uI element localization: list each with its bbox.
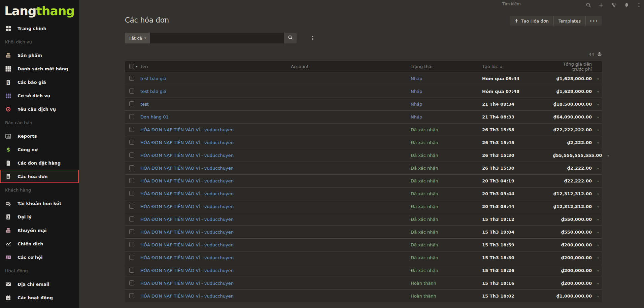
invoice-name-link[interactable]: HÓA ĐƠN NẠP TIỀN VÀO VÍ - vuducchuyen [140,153,291,158]
app-logo[interactable]: Langthang [0,0,79,22]
invoice-name-link[interactable]: HÓA ĐƠN NẠP TIỀN VÀO VÍ - vuducchuyen [140,255,291,260]
row-actions-caret-icon[interactable]: ▾ [597,141,599,144]
row-actions-caret-icon[interactable]: ▾ [597,77,599,80]
list-search-input[interactable] [150,33,284,43]
sidebar-item-yeu-cau-dich-vu[interactable]: Yêu cầu dịch vụ [0,102,79,116]
row-actions-caret-icon[interactable]: ▾ [597,230,599,234]
sidebar-item-khuyen-mai[interactable]: Khuyến mại [0,224,79,237]
sidebar-item-cac-co-hoi[interactable]: Các cơ hội [0,250,79,264]
invoice-name-link[interactable]: HÓA ĐƠN NẠP TIỀN VÀO VÍ - vuducchuyen [140,281,291,286]
sidebar-item-chien-dich[interactable]: Chiến dịch [0,237,79,250]
invoice-name-link[interactable]: HÓA ĐƠN NẠP TIỀN VÀO VÍ - vuducchuyen [140,294,291,299]
table-row[interactable]: HÓA ĐƠN NẠP TIỀN VÀO VÍ - vuducchuyen Đã… [125,136,602,149]
row-checkbox[interactable] [129,165,134,170]
table-row[interactable]: HÓA ĐƠN NẠP TIỀN VÀO VÍ - vuducchuyen Ho… [125,277,602,289]
row-actions-caret-icon[interactable]: ▾ [597,205,599,208]
scope-dropdown[interactable]: Tất cả ▾ [125,33,150,43]
row-checkbox[interactable] [129,255,134,260]
invoice-name-link[interactable]: test báo giá [140,76,291,81]
table-row[interactable]: HÓA ĐƠN NẠP TIỀN VÀO VÍ - vuducchuyen Đã… [125,149,602,162]
table-row[interactable]: HÓA ĐƠN NẠP TIỀN VÀO VÍ - vuducchuyen Đã… [125,162,602,174]
select-menu-caret-icon[interactable]: ▾ [136,65,138,68]
row-checkbox[interactable] [129,229,134,234]
row-actions-caret-icon[interactable]: ▾ [597,128,599,132]
row-checkbox[interactable] [129,191,134,196]
create-invoice-button[interactable]: + Tạo Hóa đơn [510,16,554,26]
sidebar-item-cac-don-dat-hang[interactable]: Các đơn đặt hàng [0,156,79,170]
gear-icon[interactable] [597,52,602,57]
row-checkbox[interactable] [129,293,134,298]
search-icon[interactable] [586,2,591,8]
sidebar-item-dai-ly[interactable]: Đại lý [0,210,79,224]
invoice-name-link[interactable]: HÓA ĐƠN NẠP TIỀN VÀO VÍ - vuducchuyen [140,178,291,183]
table-row[interactable]: HÓA ĐƠN NẠP TIỀN VÀO VÍ - vuducchuyen Đã… [125,226,602,238]
column-header-name[interactable]: Tên [140,64,291,69]
invoice-name-link[interactable]: HÓA ĐƠN NẠP TIỀN VÀO VÍ - vuducchuyen [140,191,291,196]
row-checkbox[interactable] [129,140,134,145]
row-checkbox[interactable] [129,268,134,273]
row-actions-caret-icon[interactable]: ▾ [597,166,599,170]
row-checkbox[interactable] [129,101,134,106]
table-row[interactable]: HÓA ĐƠN NẠP TIỀN VÀO VÍ - vuducchuyen Đã… [125,238,602,251]
row-checkbox[interactable] [129,127,134,132]
table-row[interactable]: HÓA ĐƠN NẠP TIỀN VÀO VÍ - vuducchuyen Đã… [125,213,602,226]
table-row[interactable]: HÓA ĐƠN NẠP TIỀN VÀO VÍ - vuducchuyen Đã… [125,264,602,277]
row-checkbox[interactable] [129,89,134,94]
row-actions-caret-icon[interactable]: ▾ [597,217,599,221]
invoice-name-link[interactable]: test báo giá [140,89,291,94]
table-row[interactable]: HÓA ĐƠN NẠP TIỀN VÀO VÍ - vuducchuyen Đã… [125,174,602,187]
row-actions-caret-icon[interactable]: ▾ [597,256,599,260]
invoice-name-link[interactable]: HÓA ĐƠN NẠP TIỀN VÀO VÍ - vuducchuyen [140,127,291,132]
row-actions-caret-icon[interactable]: ▾ [597,294,599,298]
sidebar-item-cong-no[interactable]: $ Công nợ [0,143,79,156]
row-actions-caret-icon[interactable]: ▾ [597,115,599,119]
row-actions-caret-icon[interactable]: ▾ [597,102,599,106]
invoice-name-link[interactable]: HÓA ĐƠN NẠP TIỀN VÀO VÍ - vuducchuyen [140,230,291,235]
row-actions-caret-icon[interactable]: ▾ [597,281,599,285]
sidebar-item-dia-chi-email[interactable]: Địa chỉ email [0,277,79,291]
sidebar-item-san-pham[interactable]: Sản phẩm [0,48,79,62]
global-search-input[interactable] [502,1,579,6]
column-header-status[interactable]: Trạng thái [411,64,482,69]
row-actions-caret-icon[interactable]: ▾ [597,192,599,196]
column-header-amount[interactable]: Tổng giá tiền trước phí [553,62,602,72]
row-checkbox[interactable] [129,216,134,221]
sidebar-item-cac-hoa-don[interactable]: Các hóa đơn [0,170,79,183]
invoice-name-link[interactable]: HÓA ĐƠN NẠP TIỀN VÀO VÍ - vuducchuyen [140,268,291,273]
table-row[interactable]: HÓA ĐƠN NẠP TIỀN VÀO VÍ - vuducchuyen Ho… [125,289,602,302]
column-header-created[interactable]: Tạo lúc∧ [482,64,553,69]
notifications-bell-icon[interactable] [624,2,629,8]
sidebar-item-cac-bao-gia[interactable]: $ Các báo giá [0,75,79,89]
list-search-button[interactable] [284,33,297,43]
table-row[interactable]: HÓA ĐƠN NẠP TIỀN VÀO VÍ - vuducchuyen Đã… [125,187,602,200]
row-checkbox[interactable] [129,204,134,209]
kebab-menu-icon[interactable] [637,2,641,8]
sidebar-item-trang-chinh[interactable]: Trang chính [0,22,79,35]
invoice-name-link[interactable]: HÓA ĐƠN NẠP TIỀN VÀO VÍ - vuducchuyen [140,242,291,247]
sidebar-item-reports[interactable]: Reports [0,129,79,143]
row-actions-caret-icon[interactable]: ▾ [597,90,599,93]
broadcast-icon[interactable] [611,2,617,8]
table-row[interactable]: test báo giá Nháp Hôm qua 07:48 ₫1,628,0… [125,85,602,98]
row-checkbox[interactable] [129,152,134,158]
row-actions-caret-icon[interactable]: ▾ [607,153,609,157]
table-row[interactable]: HÓA ĐƠN NẠP TIỀN VÀO VÍ - vuducchuyen Đã… [125,123,602,136]
sidebar-item-tai-khoan-lien-ket[interactable]: Tài khoản liên kết [0,197,79,210]
table-row[interactable]: Đơn hàng 01 Nháp 21 Th4 08:33 ₫64,090,00… [125,110,602,123]
select-all-checkbox[interactable] [129,64,134,69]
row-actions-caret-icon[interactable]: ▾ [597,179,599,183]
table-row[interactable]: test Nháp 21 Th4 09:34 ₫18,500,000.00 ▾ [125,98,602,110]
invoice-name-link[interactable]: HÓA ĐƠN NẠP TIỀN VÀO VÍ - vuducchuyen [140,204,291,209]
row-checkbox[interactable] [129,178,134,183]
table-row[interactable]: test báo giá Nháp Hôm qua 09:44 ₫1,628,0… [125,72,602,85]
column-header-account[interactable]: Account [291,64,411,69]
invoice-name-link[interactable]: test [140,102,291,107]
sidebar-item-danh-sach-mat-hang[interactable]: Danh sách mặt hàng [0,62,79,75]
templates-button[interactable]: Templates [554,16,586,26]
invoice-name-link[interactable]: HÓA ĐƠN NẠP TIỀN VÀO VÍ - vuducchuyen [140,217,291,222]
row-checkbox[interactable] [129,76,134,81]
more-actions-button[interactable]: ••• [586,16,602,26]
sidebar-item-cac-hoat-dong[interactable]: Các hoạt động [0,291,79,304]
table-row[interactable]: HÓA ĐƠN NẠP TIỀN VÀO VÍ - vuducchuyen Đã… [125,200,602,213]
row-actions-caret-icon[interactable]: ▾ [597,243,599,247]
